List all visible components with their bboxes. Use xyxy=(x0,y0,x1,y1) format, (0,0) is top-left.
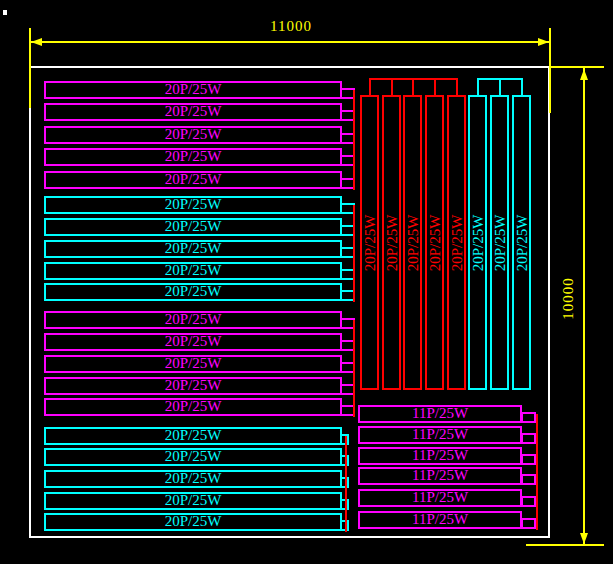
left-group-2-bar-label: 20P/25W xyxy=(44,283,342,301)
left-group-4-bar-label: 20P/25W xyxy=(44,448,342,466)
bottom-right-group-bar-label: 11P/25W xyxy=(358,467,522,485)
plot-mark xyxy=(3,10,7,15)
bottom-right-group-bar-label: 11P/25W xyxy=(358,489,522,507)
dim-h-line xyxy=(30,41,550,43)
bottom-right-group-bar-label: 11P/25W xyxy=(358,405,522,423)
left-group-3-bar-label: 20P/25W xyxy=(44,333,342,351)
left-group-2-bar-label: 20P/25W xyxy=(44,218,342,236)
bottom-right-group-bar-label: 11P/25W xyxy=(358,426,522,444)
left-group-2-bar-label: 20P/25W xyxy=(44,240,342,258)
vertical-group-red-drop xyxy=(456,78,458,95)
vertical-group-red-bar-label: 20P/25W xyxy=(427,188,443,298)
dim-h-arrow-right-icon xyxy=(538,38,549,46)
bottom-right-group-stub xyxy=(521,496,536,507)
left-group-3-bus xyxy=(353,320,355,417)
dim-v-arrow-up-icon xyxy=(580,69,588,80)
bottom-right-group-stub xyxy=(521,454,536,465)
dim-h-arrow-left-icon xyxy=(31,38,42,46)
bottom-right-group-stub xyxy=(521,518,536,529)
dim-height-label: 10000 xyxy=(560,253,577,345)
vertical-group-cyan-bar-label: 20P/25W xyxy=(492,188,508,298)
left-group-3-bar-label: 20P/25W xyxy=(44,398,342,416)
left-group-2-bus xyxy=(353,205,355,302)
vertical-group-cyan-bus xyxy=(477,78,523,80)
vertical-group-cyan-drop xyxy=(521,78,523,95)
left-group-1-bus xyxy=(353,90,355,190)
dim-width-label: 11000 xyxy=(246,18,336,35)
left-group-2-bar-label: 20P/25W xyxy=(44,196,342,214)
bottom-right-group-stub xyxy=(521,433,536,444)
vertical-group-cyan-bar-label: 20P/25W xyxy=(470,188,486,298)
left-group-1-bar-label: 20P/25W xyxy=(44,81,342,99)
vertical-group-red-bar-label: 20P/25W xyxy=(449,188,465,298)
bottom-right-group-bus xyxy=(536,414,538,530)
bottom-right-group-stub xyxy=(521,474,536,485)
left-group-4-bar-label: 20P/25W xyxy=(44,427,342,445)
vertical-group-red-bar-label: 20P/25W xyxy=(405,188,421,298)
vertical-group-red-drop xyxy=(369,78,371,95)
left-group-1-bar-label: 20P/25W xyxy=(44,126,342,144)
bottom-right-group-bar-label: 11P/25W xyxy=(358,511,522,529)
left-group-3-bar-label: 20P/25W xyxy=(44,377,342,395)
left-group-4-bar-label: 20P/25W xyxy=(44,513,342,531)
dim-v-ext-top xyxy=(551,66,604,68)
left-group-4-bar-label: 20P/25W xyxy=(44,470,342,488)
vertical-group-cyan-drop xyxy=(477,78,479,95)
vertical-group-red-bus xyxy=(369,78,458,80)
vertical-group-red-bar-label: 20P/25W xyxy=(362,188,378,298)
left-group-3-bar-label: 20P/25W xyxy=(44,355,342,373)
left-group-1-bar-label: 20P/25W xyxy=(44,171,342,189)
bottom-right-group-stub xyxy=(521,412,536,423)
left-group-2-bar-label: 20P/25W xyxy=(44,262,342,280)
left-group-3-bar-label: 20P/25W xyxy=(44,311,342,329)
dim-v-ext-bottom xyxy=(526,544,604,546)
left-group-4-bar-label: 20P/25W xyxy=(44,492,342,510)
bottom-right-group-bar-label: 11P/25W xyxy=(358,447,522,465)
dim-v-line xyxy=(583,67,585,545)
vertical-group-red-drop xyxy=(391,78,393,95)
left-group-1-bar-label: 20P/25W xyxy=(44,103,342,121)
vertical-group-cyan-bar-label: 20P/25W xyxy=(514,188,530,298)
left-group-4-bus xyxy=(345,436,347,532)
vertical-group-cyan-drop xyxy=(499,78,501,95)
vertical-group-red-drop xyxy=(412,78,414,95)
vertical-group-red-drop xyxy=(434,78,436,95)
left-group-1-bar-label: 20P/25W xyxy=(44,148,342,166)
vertical-group-red-bar-label: 20P/25W xyxy=(384,188,400,298)
cad-drawing-canvas: 11000 10000 20P/25W20P/25W20P/25W20P/25W… xyxy=(0,0,613,564)
dim-v-arrow-down-icon xyxy=(580,533,588,544)
